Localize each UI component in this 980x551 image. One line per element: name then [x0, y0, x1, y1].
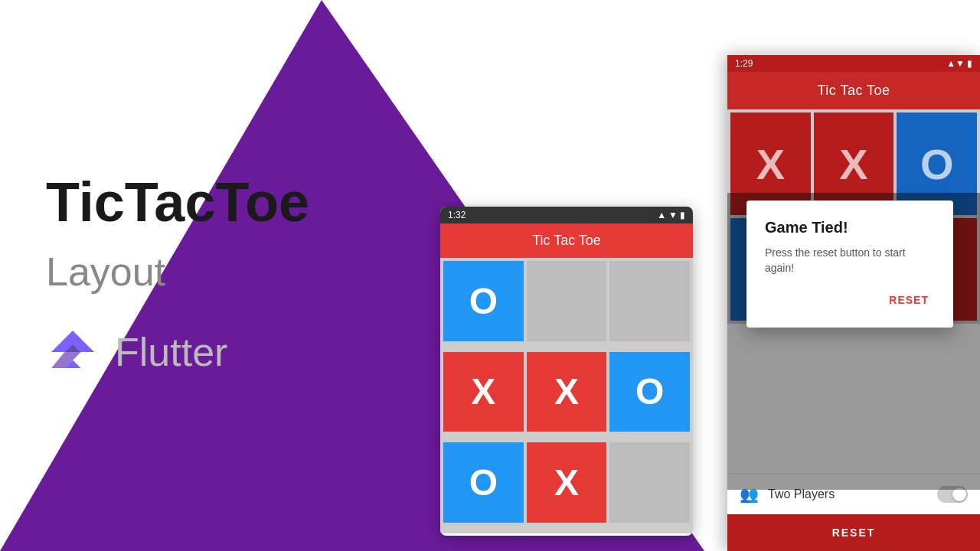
- dialog-overlay: Game Tied! Press the reset button to sta…: [727, 193, 980, 490]
- phone2-signal-icon: ▲▼: [946, 58, 965, 69]
- phone2-status-icons: ▲▼ ▮: [946, 58, 972, 69]
- phone2-reset-bar[interactable]: RESET: [727, 514, 980, 551]
- app-title: TicTacToe: [46, 172, 429, 233]
- phone1-cell-3[interactable]: X: [443, 352, 524, 432]
- phone1-cell-2[interactable]: [609, 261, 690, 341]
- phone1-appbar-title: Tic Tac Toe: [532, 233, 601, 248]
- phone1-time: 1:32: [448, 210, 466, 220]
- subtitle-layout: Layout: [46, 249, 429, 295]
- phone1-status-icons: ▲ ▼ ▮: [657, 210, 685, 220]
- phone2-appbar: Tic Tac Toe: [727, 72, 980, 109]
- phone2-status-bar: 1:29 ▲▼ ▮: [727, 55, 980, 72]
- phone1-cell-4[interactable]: X: [527, 352, 607, 432]
- phone1-grid: O X X O O X: [440, 258, 693, 533]
- phone2-mockup: 1:29 ▲▼ ▮ Tic Tac Toe X X O O O X Game T…: [727, 55, 980, 551]
- dialog-message: Press the reset button to start again!: [765, 246, 935, 276]
- left-section: TicTacToe Layout Flutter: [0, 0, 429, 551]
- phone1-cell-0[interactable]: O: [443, 261, 524, 341]
- flutter-logo: [46, 325, 100, 379]
- flutter-label: Flutter: [115, 329, 227, 375]
- phone2-battery-icon: ▮: [967, 58, 972, 69]
- phone1-cell-1[interactable]: [527, 261, 607, 341]
- phone1-battery-icon: ▮: [680, 210, 685, 220]
- game-tied-dialog: Game Tied! Press the reset button to sta…: [746, 201, 953, 328]
- phone1-cell-6[interactable]: O: [443, 442, 524, 523]
- phone1-appbar: Tic Tac Toe: [440, 223, 693, 258]
- dialog-actions: RESET: [765, 291, 935, 309]
- phone2-time: 1:29: [735, 58, 753, 69]
- phone1-cell-7[interactable]: X: [527, 442, 607, 523]
- phone1-cell-5[interactable]: O: [609, 352, 690, 432]
- dialog-reset-button[interactable]: RESET: [883, 291, 935, 309]
- phone1-cell-8[interactable]: [609, 442, 690, 523]
- phone1-mockup: 1:32 ▲ ▼ ▮ Tic Tac Toe O X X O O X: [440, 207, 693, 536]
- phone1-signal-icon: ▲: [657, 210, 666, 220]
- phone2-reset-label: RESET: [832, 527, 876, 539]
- phone1-status-bar: 1:32 ▲ ▼ ▮: [440, 207, 693, 223]
- phone2-appbar-title: Tic Tac Toe: [817, 83, 890, 98]
- phone1-wifi-icon: ▼: [668, 210, 678, 220]
- flutter-row: Flutter: [46, 325, 429, 379]
- dialog-title: Game Tied!: [765, 219, 935, 236]
